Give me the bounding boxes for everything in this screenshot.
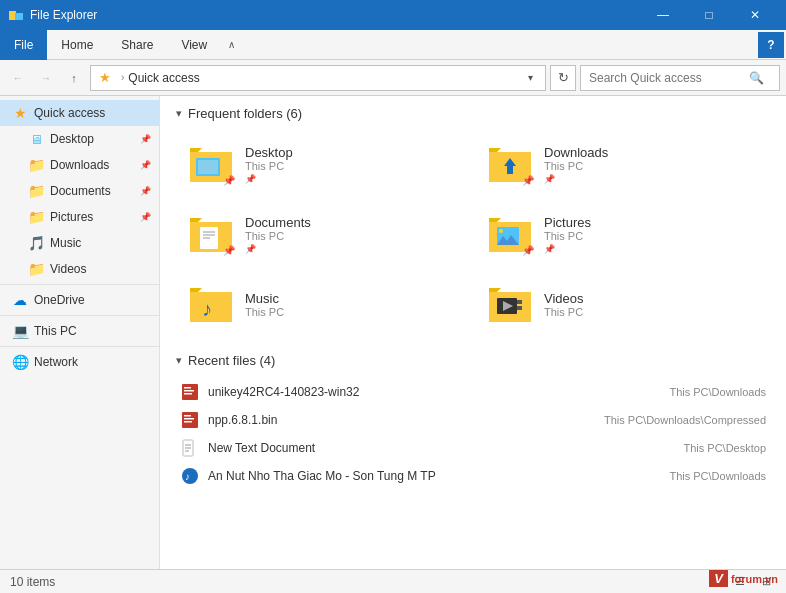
- tab-file[interactable]: File: [0, 30, 47, 60]
- folder-item-desktop[interactable]: 📌 Desktop This PC 📌: [176, 131, 471, 197]
- file-name-4: An Nut Nho Tha Giac Mo - Son Tung M TP: [208, 469, 558, 483]
- file-icon-1: [180, 382, 200, 402]
- desktop-pin-badge: 📌: [223, 175, 235, 186]
- music-folder-info: Music This PC: [245, 291, 284, 318]
- svg-rect-3: [15, 13, 18, 16]
- sidebar-item-music[interactable]: 🎵 Music: [0, 230, 159, 256]
- sidebar-item-network[interactable]: 🌐 Network: [0, 349, 159, 375]
- search-input[interactable]: [589, 71, 749, 85]
- downloads-folder-icon: 📁: [28, 157, 44, 173]
- main-container: ★ Quick access 🖥 Desktop 📌 📁 Downloads 📌…: [0, 96, 786, 569]
- pictures-folder-wrap: 📌: [486, 210, 534, 258]
- pin-icon-3: 📌: [140, 186, 151, 196]
- ribbon-tabs: File Home Share View ∧ ?: [0, 30, 786, 60]
- watermark-text: forum.vn: [731, 573, 778, 585]
- close-button[interactable]: ✕: [732, 0, 778, 30]
- sidebar: ★ Quick access 🖥 Desktop 📌 📁 Downloads 📌…: [0, 96, 160, 569]
- frequent-folders-title: Frequent folders (6): [188, 106, 302, 121]
- file-name-2: npp.6.8.1.bin: [208, 413, 558, 427]
- sidebar-item-onedrive[interactable]: ☁ OneDrive: [0, 287, 159, 313]
- path-separator: ›: [121, 72, 124, 83]
- sidebar-item-pictures[interactable]: 📁 Pictures 📌: [0, 204, 159, 230]
- forward-button[interactable]: →: [34, 66, 58, 90]
- downloads-pin-badge: 📌: [522, 175, 534, 186]
- search-box[interactable]: 🔍: [580, 65, 780, 91]
- title-bar: File Explorer — □ ✕: [0, 0, 786, 30]
- videos-folder-wrap: [486, 280, 534, 328]
- recent-files-header: ▾ Recent files (4): [176, 353, 770, 368]
- sidebar-label-documents: Documents: [50, 184, 111, 198]
- svg-rect-5: [198, 160, 218, 174]
- file-name-3: New Text Document: [208, 441, 558, 455]
- minimize-button[interactable]: —: [640, 0, 686, 30]
- file-icon-3: [180, 438, 200, 458]
- maximize-button[interactable]: □: [686, 0, 732, 30]
- ribbon-collapse-button[interactable]: ∧: [221, 35, 241, 55]
- sidebar-label-pictures: Pictures: [50, 210, 93, 224]
- file-item-4[interactable]: ♪ An Nut Nho Tha Giac Mo - Son Tung M TP…: [176, 462, 770, 490]
- tab-home[interactable]: Home: [47, 30, 107, 60]
- watermark: V forum.vn: [709, 570, 778, 587]
- sidebar-item-videos[interactable]: 📁 Videos: [0, 256, 159, 282]
- svg-rect-17: [517, 300, 522, 304]
- address-path-box[interactable]: ★ › Quick access ▾: [90, 65, 546, 91]
- recent-files-list: unikey42RC4-140823-win32 This PC\Downloa…: [176, 378, 770, 490]
- folder-item-music[interactable]: ♪ Music This PC: [176, 271, 471, 337]
- path-dropdown-icon[interactable]: ▾: [524, 72, 537, 83]
- address-bar: ← → ↑ ★ › Quick access ▾ ↻ 🔍: [0, 60, 786, 96]
- network-icon: 🌐: [12, 354, 28, 370]
- folder-item-downloads[interactable]: 📌 Downloads This PC 📌: [475, 131, 770, 197]
- sidebar-label-downloads: Downloads: [50, 158, 109, 172]
- help-button[interactable]: ?: [758, 32, 784, 58]
- sidebar-item-quick-access[interactable]: ★ Quick access: [0, 100, 159, 126]
- sidebar-label-this-pc: This PC: [34, 324, 77, 338]
- recent-files-title: Recent files (4): [188, 353, 275, 368]
- folder-item-documents[interactable]: 📌 Documents This PC 📌: [176, 201, 471, 267]
- folder-item-pictures[interactable]: 📌 Pictures This PC 📌: [475, 201, 770, 267]
- sidebar-item-desktop[interactable]: 🖥 Desktop 📌: [0, 126, 159, 152]
- sidebar-item-downloads[interactable]: 📁 Downloads 📌: [0, 152, 159, 178]
- file-item-3[interactable]: New Text Document This PC\Desktop: [176, 434, 770, 462]
- file-path-2: This PC\Downloads\Compressed: [566, 414, 766, 426]
- videos-folder-name: Videos: [544, 291, 584, 306]
- desktop-folder-wrap: 📌: [187, 140, 235, 188]
- file-item[interactable]: unikey42RC4-140823-win32 This PC\Downloa…: [176, 378, 770, 406]
- downloads-folder-path: This PC: [544, 160, 608, 172]
- recent-files-toggle[interactable]: ▾: [176, 354, 182, 367]
- file-icon-4: ♪: [180, 466, 200, 486]
- tab-share[interactable]: Share: [107, 30, 167, 60]
- downloads-folder-wrap: 📌: [486, 140, 534, 188]
- tab-view[interactable]: View: [167, 30, 221, 60]
- path-star-icon: ★: [99, 70, 111, 85]
- pictures-folder-icon: 📁: [28, 209, 44, 225]
- back-button[interactable]: ←: [6, 66, 30, 90]
- sidebar-label-network: Network: [34, 355, 78, 369]
- folder-item-videos[interactable]: Videos This PC: [475, 271, 770, 337]
- file-name-1: unikey42RC4-140823-win32: [208, 385, 558, 399]
- folder-grid: 📌 Desktop This PC 📌 📌: [176, 131, 770, 337]
- videos-folder-info: Videos This PC: [544, 291, 584, 318]
- app-icon: [8, 7, 24, 23]
- svg-text:♪: ♪: [202, 298, 212, 320]
- desktop-folder-info: Desktop This PC 📌: [245, 145, 293, 184]
- svg-rect-24: [184, 415, 191, 417]
- file-item-2[interactable]: npp.6.8.1.bin This PC\Downloads\Compress…: [176, 406, 770, 434]
- documents-folder-info: Documents This PC 📌: [245, 215, 311, 254]
- sidebar-label-music: Music: [50, 236, 81, 250]
- file-icon-2: [180, 410, 200, 430]
- search-icon[interactable]: 🔍: [749, 71, 764, 85]
- desktop-pin-text: 📌: [245, 174, 293, 184]
- pictures-folder-info: Pictures This PC 📌: [544, 215, 591, 254]
- frequent-folders-toggle[interactable]: ▾: [176, 107, 182, 120]
- star-icon: ★: [12, 105, 28, 121]
- refresh-button[interactable]: ↻: [550, 65, 576, 91]
- up-button[interactable]: ↑: [62, 66, 86, 90]
- svg-rect-18: [517, 306, 522, 310]
- videos-folder-svg: [487, 284, 533, 324]
- sidebar-item-documents[interactable]: 📁 Documents 📌: [0, 178, 159, 204]
- sidebar-item-this-pc[interactable]: 💻 This PC: [0, 318, 159, 344]
- content-area: ▾ Frequent folders (6) 📌 Desktop This: [160, 96, 786, 569]
- pictures-pin-badge: 📌: [522, 245, 534, 256]
- watermark-v: V: [709, 570, 728, 587]
- documents-folder-path: This PC: [245, 230, 311, 242]
